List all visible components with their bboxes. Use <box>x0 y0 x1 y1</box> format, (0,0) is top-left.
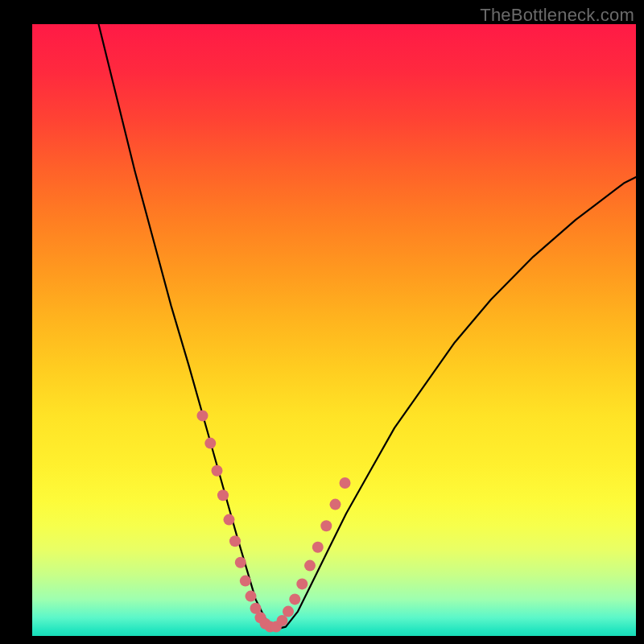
dot-markers <box>197 410 351 632</box>
dot-marker <box>204 438 216 449</box>
dot-marker <box>340 477 351 489</box>
dot-marker <box>330 499 341 510</box>
dot-marker <box>240 576 251 587</box>
dot-marker <box>277 615 288 626</box>
dot-marker <box>312 542 324 553</box>
chart-frame: TheBottleneck.com <box>0 0 644 644</box>
dot-marker <box>296 578 308 589</box>
dot-marker <box>224 514 235 526</box>
dot-marker <box>197 410 208 421</box>
dot-marker <box>217 489 229 501</box>
bottleneck-curve <box>99 24 637 630</box>
dot-marker <box>289 593 300 605</box>
dot-marker <box>283 606 294 617</box>
dot-marker <box>212 465 223 477</box>
plot-area <box>32 24 636 636</box>
chart-svg <box>32 24 636 636</box>
dot-marker <box>320 520 332 531</box>
dot-marker <box>304 560 316 572</box>
dot-marker <box>246 591 257 602</box>
dot-marker <box>229 535 241 547</box>
dot-marker <box>235 557 246 568</box>
watermark-text: TheBottleneck.com <box>480 5 634 26</box>
